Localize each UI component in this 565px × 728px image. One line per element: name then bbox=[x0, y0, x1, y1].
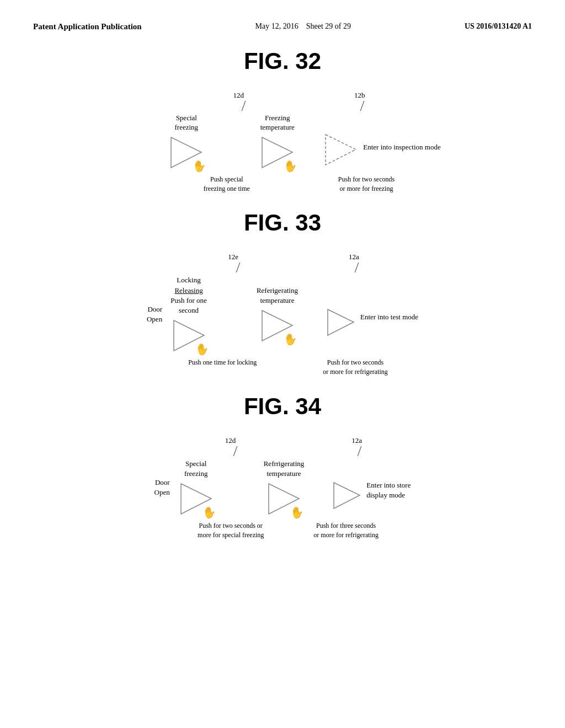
fig32-section: FIG. 32 12d 12b Specialfreezing ✋ bbox=[33, 48, 532, 193]
fig33-caption-left: Push one time for locking bbox=[188, 358, 257, 377]
fig34-section: FIG. 34 12d 12a DoorOpen Specialfreezing… bbox=[33, 393, 532, 540]
header-date: May 12, 2016 bbox=[255, 22, 299, 30]
fig33-right-btn: ✋ bbox=[259, 308, 295, 344]
fig33-right-hand-icon: ✋ bbox=[282, 331, 299, 347]
fig32-left-btn-unit: Specialfreezing ✋ bbox=[168, 114, 204, 170]
fig32-right-btn-label: Freezingtemperature bbox=[260, 114, 295, 132]
fig33-right-btn-unit: Referigeratingtemperature ✋ bbox=[257, 286, 298, 344]
fig32-right-btn: ✋ bbox=[259, 135, 295, 170]
fig32-mode-btn bbox=[323, 132, 359, 168]
fig34-right-hand-icon: ✋ bbox=[289, 505, 305, 520]
fig34-right-btn-unit: Refrrigeratingtemperature ✋ bbox=[264, 459, 305, 517]
fig32-caption-left: Push specialfreezing one time bbox=[204, 175, 250, 194]
fig32-left-btn-label: Specialfreezing bbox=[174, 114, 198, 132]
fig33-left-btn-unit: LockingReleasingPush for onesecond ✋ bbox=[170, 275, 207, 354]
fig32-mode-arrow-svg bbox=[323, 132, 359, 168]
svg-marker-5 bbox=[328, 309, 354, 335]
fig32-captions: Push specialfreezing one time Push for t… bbox=[66, 175, 532, 194]
header-publication-type: Patent Application Publication bbox=[33, 22, 142, 31]
fig34-buttons-row: DoorOpen Specialfreezing ✋ Refrrigeratin… bbox=[33, 459, 532, 517]
fig34-left-btn-label: Specialfreezing bbox=[184, 459, 208, 479]
fig32-mode-label: Enter into inspection mode bbox=[363, 143, 440, 152]
fig32-title: FIG. 32 bbox=[33, 48, 532, 74]
fig34-caption-right: Push for three secondsor more for refrig… bbox=[313, 521, 379, 540]
svg-marker-8 bbox=[334, 483, 360, 508]
header: Patent Application Publication May 12, 2… bbox=[33, 22, 532, 31]
fig33-left-hand-icon: ✋ bbox=[194, 341, 210, 357]
fig33-caption-right: Push for two secondsor more for refriger… bbox=[323, 358, 388, 377]
fig32-ref-left: 12d bbox=[233, 91, 244, 100]
fig33-left-btn: ✋ bbox=[171, 318, 207, 354]
fig32-buttons-row: Specialfreezing ✋ Freezingtemperature ✋ bbox=[33, 114, 532, 170]
fig34-right-btn: ✋ bbox=[266, 481, 302, 517]
header-date-sheet: May 12, 2016 Sheet 29 of 29 bbox=[255, 22, 351, 31]
fig33-right-btn-label: Referigeratingtemperature bbox=[257, 286, 298, 306]
fig32-ref-right: 12b bbox=[354, 91, 365, 100]
fig32-mode-unit bbox=[323, 116, 359, 168]
fig33-door-label: DoorOpen bbox=[147, 304, 162, 324]
fig34-right-btn-label: Refrrigeratingtemperature bbox=[264, 459, 305, 479]
fig34-ref-right: 12a bbox=[351, 436, 362, 445]
fig34-title: FIG. 34 bbox=[33, 393, 532, 420]
fig34-left-btn-unit: Specialfreezing ✋ bbox=[178, 459, 214, 517]
fig34-caption-left: Push for two seconds ormore for special … bbox=[198, 521, 264, 540]
fig33-mode-btn bbox=[326, 307, 356, 338]
fig33-captions: Push one time for locking Push for two s… bbox=[44, 358, 532, 377]
fig32-right-hand-icon: ✋ bbox=[282, 158, 299, 174]
fig34-left-btn: ✋ bbox=[178, 481, 214, 517]
fig33-mode-arrow-svg bbox=[326, 307, 356, 338]
fig34-captions: Push for two seconds ormore for special … bbox=[44, 521, 532, 540]
fig33-left-btn-label: LockingReleasingPush for onesecond bbox=[170, 275, 207, 315]
fig34-mode-btn bbox=[332, 480, 362, 511]
svg-marker-2 bbox=[326, 135, 356, 165]
fig32-caption-right: Push for two secondsor more for freezing bbox=[338, 175, 395, 194]
fig32-left-hand-icon: ✋ bbox=[191, 158, 207, 174]
fig34-mode-label: Enter into storedisplay mode bbox=[366, 480, 411, 500]
fig34-door-label: DoorOpen bbox=[154, 478, 170, 497]
fig33-mode-label: Enter into test mode bbox=[360, 313, 418, 322]
fig32-left-btn: ✋ bbox=[168, 135, 204, 170]
fig33-section: FIG. 33 12e 12a DoorOpen LockingReleasin… bbox=[33, 210, 532, 376]
fig32-right-btn-unit: Freezingtemperature ✋ bbox=[259, 114, 295, 170]
fig34-ref-left: 12d bbox=[225, 436, 236, 445]
header-sheet: Sheet 29 of 29 bbox=[306, 22, 351, 30]
header-patent-number: US 2016/0131420 A1 bbox=[465, 22, 532, 31]
fig33-mode-unit bbox=[326, 292, 356, 338]
fig34-mode-unit bbox=[332, 465, 362, 511]
fig33-buttons-row: DoorOpen LockingReleasingPush for onesec… bbox=[33, 275, 532, 354]
page: Patent Application Publication May 12, 2… bbox=[0, 0, 565, 728]
fig33-ref-left: 12e bbox=[228, 253, 238, 261]
fig34-mode-arrow-svg bbox=[332, 480, 362, 511]
fig33-title: FIG. 33 bbox=[33, 210, 532, 236]
fig33-ref-right: 12a bbox=[349, 253, 359, 261]
fig34-left-hand-icon: ✋ bbox=[201, 505, 217, 520]
